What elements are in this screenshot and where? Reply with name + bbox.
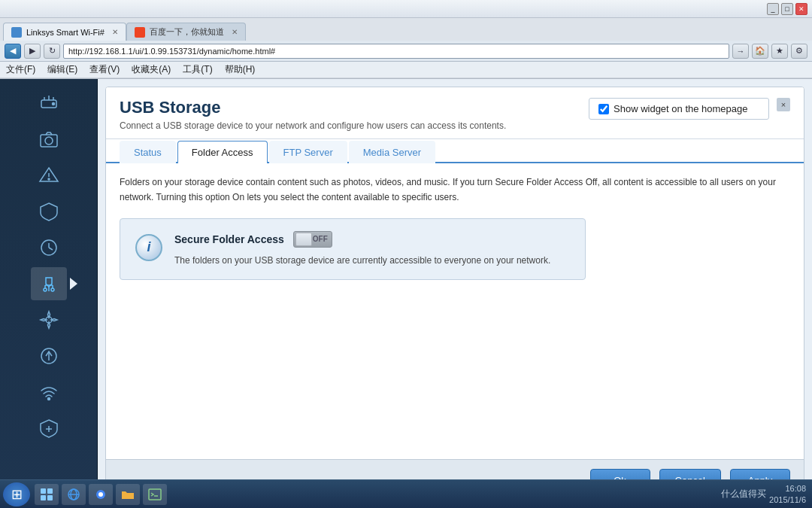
start-button[interactable]: ⊞	[3, 482, 30, 506]
toggle-label: OFF	[313, 235, 328, 243]
sidebar-item-settings[interactable]	[31, 303, 67, 336]
svg-line-11	[49, 248, 53, 250]
dialog-outer: USB Storage Connect a USB storage device…	[105, 87, 804, 501]
taskbar-terminal-btn[interactable]	[143, 484, 167, 505]
tab-favicon-2	[135, 27, 145, 38]
sidebar-item-parental[interactable]	[31, 195, 67, 228]
sidebar	[0, 79, 98, 508]
svg-rect-26	[41, 495, 46, 500]
info-icon: i	[135, 234, 162, 261]
menu-help[interactable]: 帮助(H)	[225, 63, 256, 76]
svg-point-32	[98, 492, 103, 497]
menu-favorites[interactable]: 收藏夹(A)	[132, 63, 171, 76]
sidebar-item-alert[interactable]	[31, 159, 67, 192]
svg-rect-24	[41, 488, 46, 494]
tabs-row: Status Folder Access FTP Server Media Se…	[106, 139, 804, 163]
svg-rect-25	[47, 488, 53, 494]
svg-rect-27	[47, 495, 53, 500]
svg-point-21	[47, 398, 50, 400]
browser-tab-label-2: 百度一下，你就知道	[150, 26, 224, 38]
clock-date: 2015/11/6	[769, 494, 806, 505]
dialog-title-block: USB Storage Connect a USB storage device…	[120, 98, 589, 131]
secure-folder-title: Secure Folder Access	[174, 233, 284, 245]
svg-point-4	[52, 103, 54, 105]
star-btn[interactable]: ★	[771, 44, 788, 59]
svg-point-6	[45, 137, 53, 144]
tray-watermark: 什么值得买	[721, 488, 766, 500]
sidebar-item-shield[interactable]	[31, 412, 67, 445]
svg-rect-33	[149, 489, 161, 500]
widget-label: Show widget on the homepage	[614, 103, 748, 114]
tab-ftp-server[interactable]: FTP Server	[269, 141, 347, 163]
menu-tools[interactable]: 工具(T)	[183, 63, 212, 76]
tab-folder-access[interactable]: Folder Access	[177, 141, 268, 163]
search-go-btn[interactable]: →	[732, 44, 749, 59]
sidebar-item-camera[interactable]	[31, 123, 67, 156]
widget-checkbox-area: Show widget on the homepage	[589, 98, 769, 120]
secure-content: Secure Folder Access OFF The folders on …	[174, 231, 570, 267]
address-input[interactable]	[63, 44, 729, 59]
taskbar-chrome-btn[interactable]	[89, 484, 113, 505]
taskbar-tray: 什么值得买 16:08 2015/11/6	[721, 483, 809, 505]
secure-folder-desc: The folders on your USB storage device a…	[174, 254, 570, 267]
tab-status[interactable]: Status	[120, 141, 176, 163]
tab-media-server[interactable]: Media Server	[349, 141, 435, 163]
menu-bar: 文件(F) 编辑(E) 查看(V) 收藏夹(A) 工具(T) 帮助(H)	[0, 62, 812, 78]
dialog-close-btn[interactable]: ×	[777, 98, 790, 111]
menu-file[interactable]: 文件(F)	[6, 63, 35, 76]
browser-tab-close-1[interactable]: ✕	[112, 28, 118, 36]
secure-title-row: Secure Folder Access OFF	[174, 231, 570, 248]
tray-clock: 16:08 2015/11/6	[769, 483, 806, 505]
taskbar-folder-btn[interactable]	[116, 484, 140, 505]
taskbar-explorer-btn[interactable]	[35, 484, 59, 505]
dialog-body: Folders on your storage device contain c…	[106, 163, 804, 459]
maximize-btn[interactable]: □	[781, 3, 793, 15]
svg-point-8	[48, 178, 50, 180]
browser-tab-label-1: Linksys Smart Wi-Fi#	[26, 28, 105, 37]
secure-folder-box: i Secure Folder Access OFF The folders o…	[120, 218, 586, 280]
taskbar-ie-btn[interactable]	[62, 484, 86, 505]
address-bar-row: ◀ ▶ ↻ → 🏠 ★ ⚙	[0, 41, 812, 62]
menu-view[interactable]: 查看(V)	[89, 63, 120, 76]
sidebar-active-arrow	[70, 278, 77, 290]
minimize-btn[interactable]: _	[767, 3, 779, 15]
widget-checkbox[interactable]	[598, 104, 609, 114]
sidebar-item-usb[interactable]	[31, 267, 67, 300]
home-btn[interactable]: 🏠	[752, 44, 768, 59]
svg-point-13	[44, 288, 47, 291]
browser-tab-close-2[interactable]: ✕	[232, 28, 238, 36]
toggle-knob	[295, 233, 312, 246]
clock-time: 16:08	[769, 483, 806, 494]
browser-tab-bar: Linksys Smart Wi-Fi# ✕ 百度一下，你就知道 ✕	[0, 18, 812, 41]
menu-edit[interactable]: 编辑(E)	[47, 63, 77, 76]
sidebar-item-clock[interactable]	[31, 231, 67, 264]
forward-btn[interactable]: ▶	[24, 44, 41, 59]
folder-description: Folders on your storage device contain c…	[120, 175, 790, 204]
browser-tab-2[interactable]: 百度一下，你就知道 ✕	[126, 23, 246, 41]
refresh-btn[interactable]: ↻	[44, 44, 60, 59]
sidebar-item-wifi[interactable]	[31, 376, 67, 409]
title-bar: _ □ ✕	[0, 0, 812, 18]
page-subtitle: Connect a USB storage device to your net…	[120, 120, 589, 131]
tools-btn[interactable]: ⚙	[791, 44, 807, 59]
content-panel: USB Storage Connect a USB storage device…	[98, 79, 812, 508]
tab-favicon	[11, 27, 22, 38]
close-window-btn[interactable]: ✕	[795, 3, 807, 15]
back-btn[interactable]: ◀	[5, 44, 21, 59]
page-title: USB Storage	[120, 98, 589, 117]
browser-tab-active[interactable]: Linksys Smart Wi-Fi# ✕	[3, 23, 126, 41]
taskbar: ⊞ 什么值得买 16:08 2015/11/6	[0, 479, 812, 508]
dialog-header: USB Storage Connect a USB storage device…	[106, 87, 804, 139]
sidebar-item-router[interactable]	[31, 87, 67, 120]
main-layout: USB Storage Connect a USB storage device…	[0, 79, 812, 508]
svg-point-14	[51, 288, 54, 291]
sidebar-item-update[interactable]	[31, 339, 67, 373]
secure-toggle[interactable]: OFF	[293, 231, 332, 248]
